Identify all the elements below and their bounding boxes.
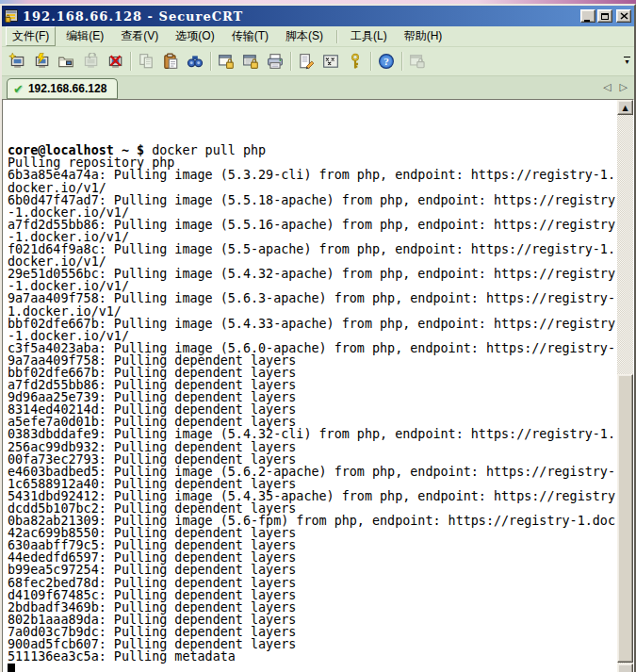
toolbar: ? ▾ — [2, 47, 634, 76]
terminal-screen[interactable]: core@localhost ~ $ docker pull php Pulli… — [2, 99, 634, 672]
keymap-editor-button[interactable] — [318, 50, 343, 73]
scrollbar-down-button[interactable] — [617, 664, 633, 672]
toolbar-overflow-button[interactable]: ▾ — [622, 51, 632, 70]
raw-log-session-button[interactable] — [238, 50, 263, 73]
connected-check-icon: ✔ — [13, 82, 24, 96]
terminal-line: 0383dbddafe9: Pulling image (5.4.32-cli)… — [8, 428, 617, 440]
tab-scroll-buttons: ◁ ▷ — [603, 81, 628, 93]
find-button[interactable] — [183, 50, 207, 73]
quick-connect-button[interactable] — [29, 50, 54, 73]
tab-scroll-left-icon[interactable]: ◁ — [603, 81, 611, 93]
raw-log-icon — [242, 53, 259, 70]
terminal-line: 1.docker.io/v1/ — [8, 305, 617, 318]
connect-icon — [8, 53, 25, 70]
close-icon — [620, 12, 628, 20]
terminal-line: docker.io/v1/ — [8, 182, 617, 194]
terminal-line: 511136ea3c5a: Pulling metadata — [8, 650, 617, 663]
terminal-line: -1.docker.io/v1/ — [8, 330, 617, 342]
scrollbar-thumb[interactable] — [617, 374, 633, 663]
terminal-scrollbar[interactable]: ▲ — [617, 100, 633, 672]
lock-icon — [409, 53, 426, 70]
find-icon — [187, 53, 204, 70]
terminal-line: 1c6588912a40: Pulling dependent layers — [8, 478, 617, 490]
terminal-line: 802b1aaa89da: Pulling dependent layers — [8, 614, 617, 626]
toolbar-separator — [370, 52, 371, 71]
disconnect-button[interactable] — [103, 50, 127, 73]
terminal-line: b99ea5c97254: Pulling dependent layers — [8, 564, 617, 576]
tab-scroll-right-icon[interactable]: ▷ — [620, 81, 628, 93]
menu-item-tools[interactable]: 工具(L) — [344, 26, 394, 46]
minimize-button[interactable] — [580, 9, 595, 23]
reconnect-icon — [82, 53, 99, 70]
terminal-line: d4109f67485c: Pulling dependent layers — [8, 589, 617, 601]
terminal-line: 9a7aa409f758: Pulling image (5.6.3-apach… — [8, 292, 617, 304]
terminal-line — [8, 120, 617, 132]
paste-button[interactable] — [158, 50, 183, 73]
terminal-line: c3f5a4023aba: Pulling image (5.6.0-apach… — [8, 342, 617, 354]
menu-item-options[interactable]: 选项(O) — [169, 26, 220, 46]
terminal-line: 68fec2bed78d: Pulling dependent layers — [8, 577, 617, 589]
menu-bar: 文件(F)编辑(E)查看(V)选项(O)传输(T)脚本(S)工具(L)帮助(H) — [2, 26, 634, 47]
terminal-line — [8, 663, 617, 672]
menu-item-view[interactable]: 查看(V) — [114, 26, 165, 46]
menu-item-script[interactable]: 脚本(S) — [279, 26, 330, 46]
session-tab-label: 192.168.66.128 — [28, 82, 106, 95]
terminal-line: e4603badbed5: Pulling image (5.6.2-apach… — [8, 466, 617, 478]
chevron-down-icon: ▾ — [625, 59, 628, 65]
session-tab[interactable]: ✔ 192.168.66.128 — [7, 78, 118, 99]
menu-item-help[interactable]: 帮助(H) — [398, 26, 449, 46]
terminal-line: 9a7aa409f758: Pulling dependent layers — [8, 354, 617, 367]
terminal-line: 2bdbadf3469b: Pulling dependent layers — [8, 601, 617, 614]
minimize-icon — [584, 11, 590, 22]
terminal-cursor — [8, 664, 15, 672]
reconnect-button — [78, 50, 103, 73]
folder-monitor-icon — [57, 53, 74, 70]
window-controls — [580, 9, 631, 23]
tab-bar: ✔ 192.168.66.128 ◁ ▷ — [2, 76, 634, 99]
toolbar-separator — [290, 52, 291, 71]
securecrt-window: 192.168.66.128 - SecureCRT 文件(F)编辑(E)查看(… — [0, 4, 636, 672]
session-options-button[interactable] — [294, 50, 318, 73]
help-icon: ? — [378, 53, 395, 70]
connect-button[interactable] — [5, 50, 29, 73]
menu-item-transfer[interactable]: 传输(T) — [225, 26, 275, 46]
lock-session-button — [405, 50, 430, 73]
terminal-output: core@localhost ~ $ docker pull php Pulli… — [3, 100, 617, 672]
maximize-icon — [601, 13, 609, 20]
terminal-line: 256ac99db932: Pulling dependent layers — [8, 441, 617, 453]
copy-icon — [138, 53, 155, 70]
disconnect-icon — [106, 53, 123, 70]
paste-icon — [162, 53, 179, 70]
menu-separator — [336, 30, 337, 43]
toolbar-separator — [130, 52, 131, 71]
window-title: 192.168.66.128 - SecureCRT — [23, 9, 577, 24]
menu-item-edit[interactable]: 编辑(E) — [59, 26, 110, 46]
log-session-button[interactable] — [214, 50, 238, 73]
menu-item-file[interactable]: 文件(F) — [6, 26, 56, 46]
terminal-line: a7fd2d55bb86: Pulling image (5.5.16-apac… — [8, 219, 617, 231]
close-button[interactable] — [616, 9, 631, 23]
svg-text:?: ? — [383, 56, 389, 67]
ssh-key-button[interactable] — [343, 50, 367, 73]
log-session-icon — [218, 53, 235, 70]
connect-in-tab-button[interactable] — [54, 50, 78, 73]
terminal-line: 00fa73ec2793: Pulling dependent layers — [8, 453, 617, 466]
title-bar[interactable]: 192.168.66.128 - SecureCRT — [2, 6, 634, 26]
terminal-line: -1.docker.io/v1/ — [8, 206, 617, 219]
copy-button — [134, 50, 158, 73]
quick-connect-icon — [33, 53, 50, 70]
print-icon — [267, 53, 284, 70]
maximize-button[interactable] — [597, 9, 612, 23]
toolbar-separator — [401, 52, 402, 71]
terminal-line — [8, 107, 617, 120]
keymap-icon — [322, 53, 339, 70]
securecrt-app-icon[interactable] — [4, 8, 19, 24]
help-button[interactable]: ? — [374, 50, 399, 73]
terminal-line: 6b3a85e4a74a: Pulling image (5.3.29-cli)… — [8, 169, 617, 181]
arrow-up-icon: ▲ — [622, 104, 628, 112]
terminal-line: 6b0d47f47ad7: Pulling image (5.5.18-apac… — [8, 194, 617, 206]
print-button[interactable] — [263, 50, 287, 73]
properties-icon — [298, 53, 315, 70]
toolbar-separator — [210, 52, 211, 71]
scrollbar-up-button[interactable]: ▲ — [617, 100, 633, 115]
